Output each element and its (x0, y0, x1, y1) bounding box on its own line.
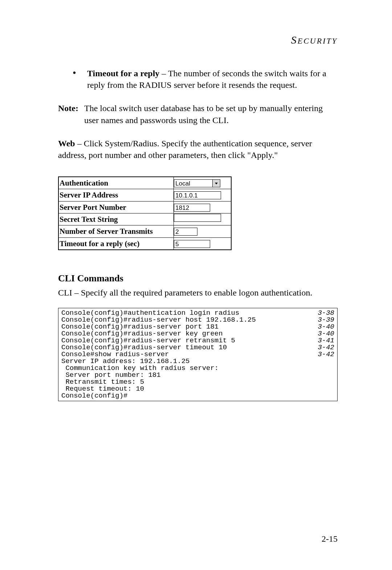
cli-page-ref (309, 365, 334, 372)
authentication-select[interactable]: Local (174, 179, 220, 187)
form-label: Number of Server Transmits (58, 225, 174, 237)
text-input[interactable]: 10.1.0.1 (174, 191, 221, 199)
running-header-rest: ECURITY (298, 36, 338, 45)
bullet-item: • Timeout for a reply – The number of se… (73, 68, 338, 91)
form-label: Authentication (58, 177, 174, 189)
text-input[interactable]: 2 (174, 228, 197, 236)
text-input[interactable] (174, 214, 221, 222)
form-row: Number of Server Transmits2 (58, 225, 231, 237)
cli-page-ref (309, 379, 334, 386)
cli-heading: CLI Commands (58, 272, 338, 285)
cli-page-ref (309, 392, 334, 399)
form-row: Server Port Number1812 (58, 201, 231, 213)
bullet-term: Timeout for a reply (87, 69, 159, 78)
cli-line: Console(config)# (61, 392, 334, 399)
cli-command: Console(config)# (61, 392, 309, 399)
note-block: Note: The local switch user database has… (58, 102, 338, 126)
cli-page-ref (309, 372, 334, 379)
note-body: The local switch user database has to be… (84, 102, 338, 126)
running-header-initial: S (291, 34, 298, 46)
bullet-text: Timeout for a reply – The number of seco… (87, 68, 338, 91)
svg-marker-0 (215, 183, 218, 184)
form-row: Secret Text String (58, 213, 231, 225)
radius-form-table: AuthenticationLocalServer IP Address10.1… (58, 176, 232, 250)
cli-output-box: Console(config)#authentication login rad… (58, 308, 338, 401)
cli-page-ref: 3-42 (309, 351, 334, 358)
form-field-cell: 5 (174, 237, 231, 250)
form-label: Secret Text String (58, 213, 174, 225)
form-label: Server Port Number (58, 201, 174, 213)
web-body: Click System/Radius. Specify the authent… (58, 139, 312, 160)
form-field-cell: 2 (174, 225, 231, 237)
web-paragraph: Web – Click System/Radius. Specify the a… (58, 138, 338, 161)
form-row: Server IP Address10.1.0.1 (58, 189, 231, 201)
text-input[interactable]: 1812 (174, 204, 210, 212)
running-header: SECURITY (58, 33, 338, 48)
form-row: AuthenticationLocal (58, 177, 231, 189)
text-input[interactable]: 5 (174, 240, 210, 248)
cli-page-ref (309, 358, 334, 365)
bullet-sep: – (159, 69, 168, 78)
web-label: Web (58, 139, 75, 148)
cli-intro: CLI – Specify all the required parameter… (58, 287, 338, 298)
form-label: Server IP Address (58, 189, 174, 201)
note-label: Note: (58, 102, 84, 126)
web-sep: – (75, 139, 84, 148)
bullet-marker: • (73, 68, 87, 91)
cli-page-ref (309, 386, 334, 392)
form-row: Timeout for a reply (sec)5 (58, 237, 231, 250)
page-number: 2-15 (322, 533, 338, 545)
page: SECURITY • Timeout for a reply – The num… (0, 0, 392, 570)
chevron-down-icon[interactable] (212, 180, 220, 187)
form-label: Timeout for a reply (sec) (58, 237, 174, 250)
form-field-cell (174, 213, 231, 225)
form-field-cell: 10.1.0.1 (174, 189, 231, 201)
form-field-cell: Local (174, 177, 231, 189)
form-field-cell: 1812 (174, 201, 231, 213)
